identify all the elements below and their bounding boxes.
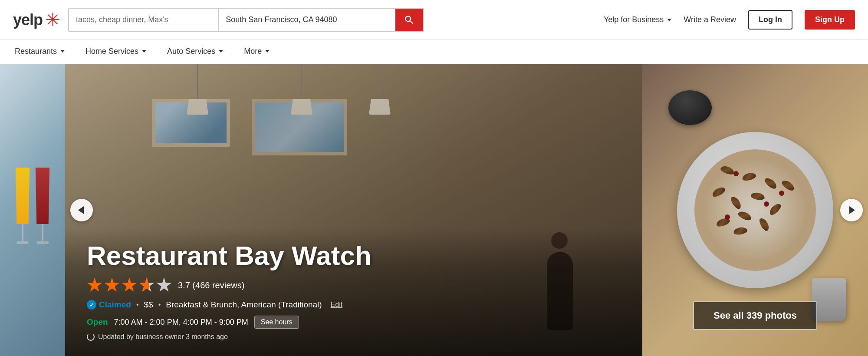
signup-button[interactable]: Sign Up [805, 10, 855, 30]
plate-contents [694, 149, 816, 271]
separator-1: • [136, 301, 139, 309]
review-count: 3.7 (466 reviews) [178, 280, 244, 290]
drink-glass-yellow [15, 168, 30, 244]
separator-2: • [158, 301, 161, 309]
chevron-left-icon [78, 206, 84, 214]
nav-item-home-services[interactable]: Home Services [84, 40, 148, 64]
header-right: Yelp for Business Write a Review Log In … [604, 10, 855, 30]
chevron-down-icon [219, 50, 223, 53]
hours-text: 7:00 AM - 2:00 PM, 4:00 PM - 9:00 PM [114, 318, 248, 327]
chevron-right-icon [849, 206, 855, 214]
nut [758, 217, 771, 232]
login-button[interactable]: Log In [748, 10, 792, 30]
star-partial-fg [139, 277, 149, 293]
photo-left [0, 64, 65, 356]
nav-bar: Restaurants Home Services Auto Services … [0, 40, 868, 64]
hours-row: Open 7:00 AM - 2:00 PM, 4:00 PM - 9:00 P… [87, 316, 625, 329]
search-input[interactable] [76, 15, 211, 24]
updated-text: Updated by business owner 3 months ago [98, 333, 228, 341]
star-3 [122, 277, 137, 293]
nut [729, 195, 743, 210]
nut [768, 202, 783, 217]
nut [780, 178, 796, 192]
write-review-label: Write a Review [684, 15, 736, 24]
chevron-down-icon [265, 50, 270, 53]
carousel-prev-button[interactable] [70, 199, 93, 221]
nav-more-label: More [244, 47, 262, 56]
claimed-badge: ✓ Claimed [87, 300, 131, 310]
nav-home-services-label: Home Services [85, 47, 138, 56]
nut [733, 226, 748, 235]
chevron-down-icon [60, 50, 65, 53]
nut [741, 171, 756, 182]
business-categories: Breakfast & Brunch, American (Traditiona… [166, 300, 322, 310]
updated-row: Updated by business owner 3 months ago [87, 333, 625, 341]
photo-main: Restaurant Bay Watch 3.7 (466 reviews) [65, 64, 642, 356]
star-2 [104, 277, 120, 293]
location-input-wrap [219, 9, 395, 31]
plate-container [677, 132, 833, 288]
carousel-next-button[interactable] [840, 199, 863, 221]
star-empty-5 [156, 277, 172, 293]
photo-right: See all 339 photos [642, 64, 868, 356]
location-input[interactable] [226, 15, 388, 24]
star-partial [139, 277, 149, 293]
nav-item-auto-services[interactable]: Auto Services [165, 40, 225, 64]
nut [737, 210, 753, 222]
yelp-business-label: Yelp for Business [604, 15, 664, 24]
chevron-down-icon [667, 19, 671, 21]
cranberry [779, 191, 784, 196]
cranberry [725, 214, 730, 220]
yelp-for-business-link[interactable]: Yelp for Business [604, 15, 671, 24]
see-hours-button[interactable]: See hours [254, 316, 299, 329]
logo[interactable]: yelp ✳ [13, 11, 60, 29]
nav-item-more[interactable]: More [242, 40, 271, 64]
business-info-overlay: Restaurant Bay Watch 3.7 (466 reviews) [65, 228, 642, 356]
cranberry [733, 171, 739, 176]
open-status: Open [87, 317, 108, 327]
nav-restaurants-label: Restaurants [15, 47, 57, 56]
logo-text: yelp [13, 11, 43, 29]
search-button[interactable] [395, 9, 423, 31]
dark-bowl [668, 90, 712, 125]
see-all-photos-button[interactable]: See all 339 photos [693, 301, 817, 330]
header: yelp ✳ Yelp for Business Write a Review … [0, 0, 868, 40]
edit-link[interactable]: Edit [331, 301, 343, 309]
search-icon [404, 14, 415, 26]
cranberry [764, 201, 769, 207]
rating-row: 3.7 (466 reviews) [87, 277, 625, 293]
claimed-label: Claimed [99, 300, 131, 310]
chevron-down-icon [142, 50, 146, 53]
logo-burst: ✳ [45, 11, 60, 29]
drink-glass-red [35, 168, 50, 244]
business-name: Restaurant Bay Watch [87, 241, 625, 270]
star-half-4 [139, 277, 155, 293]
price-range: $$ [144, 300, 153, 310]
stars-row [87, 277, 172, 293]
nut [720, 165, 735, 176]
claimed-check-icon: ✓ [87, 300, 96, 310]
star-1 [87, 277, 102, 293]
search-bar [68, 8, 424, 32]
nut [711, 185, 727, 198]
write-review-link[interactable]: Write a Review [684, 15, 736, 24]
search-query-wrap [69, 9, 219, 31]
nut [750, 191, 765, 201]
nut [763, 176, 779, 191]
meta-row: ✓ Claimed • $$ • Breakfast & Brunch, Ame… [87, 300, 625, 310]
photo-section: Restaurant Bay Watch 3.7 (466 reviews) [0, 64, 868, 356]
refresh-icon [87, 333, 95, 341]
nav-auto-services-label: Auto Services [167, 47, 215, 56]
nav-item-restaurants[interactable]: Restaurants [13, 40, 66, 64]
plate [677, 132, 833, 288]
